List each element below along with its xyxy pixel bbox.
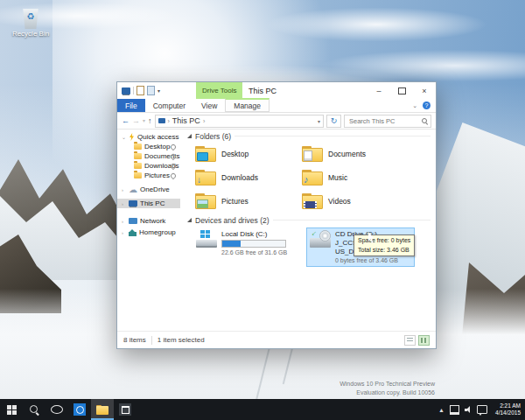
windows-logo-icon	[7, 405, 17, 415]
refresh-button[interactable]: ↻	[326, 115, 341, 128]
search-button[interactable]	[23, 399, 46, 420]
film-glyph-icon	[304, 201, 317, 208]
store-button[interactable]	[114, 399, 136, 420]
edge-browser-button[interactable]	[68, 399, 91, 420]
task-view-button[interactable]	[46, 399, 68, 420]
recycle-bin[interactable]: ♻ Recycle Bin	[10, 9, 51, 38]
sidebar-item-onedrive[interactable]: › ☁ OneDrive	[117, 185, 180, 194]
breadcrumb[interactable]: This PC	[172, 116, 200, 125]
sidebar-item-network[interactable]: › Network	[117, 216, 180, 226]
sidebar-item-downloads[interactable]: Downloads	[117, 161, 180, 171]
sidebar-item-documents[interactable]: Documents	[117, 151, 180, 161]
tab-computer[interactable]: Computer	[145, 99, 193, 112]
collapse-triangle-icon[interactable]	[187, 134, 192, 138]
action-center-icon[interactable]	[477, 405, 487, 414]
folder-item-downloads[interactable]: ↓ Downloads	[192, 167, 299, 188]
chevron-right-icon[interactable]: ›	[122, 201, 123, 206]
start-button[interactable]	[0, 399, 23, 420]
volume-icon[interactable]	[465, 406, 472, 413]
file-explorer-button[interactable]	[91, 399, 114, 420]
disc-icon	[319, 230, 331, 242]
window-controls: – ×	[368, 82, 436, 99]
sidebar-item-homegroup[interactable]: › Homegroup	[117, 228, 180, 237]
desktop: ♻ Recycle Bin Windows 10 Pro Technical P…	[0, 0, 525, 420]
recent-locations-icon[interactable]: ▾	[143, 118, 145, 123]
recycle-symbol-icon: ♻	[22, 12, 39, 21]
chevron-right-icon[interactable]: ›	[122, 187, 123, 192]
address-field[interactable]: › This PC › ▾	[155, 115, 324, 128]
show-hidden-icons-chevron[interactable]: ▲	[438, 407, 444, 413]
group-header-folders[interactable]: Folders (6)	[187, 131, 430, 141]
new-folder-icon[interactable]	[147, 86, 155, 95]
sidebar-item-desktop[interactable]: Desktop	[117, 142, 180, 151]
large-icons-view-icon[interactable]	[418, 335, 430, 346]
drive-name: Local Disk (C:)	[221, 230, 287, 239]
collapse-triangle-icon[interactable]	[187, 218, 192, 222]
status-bar: 8 items 1 item selected	[117, 331, 436, 348]
breadcrumb-separator: ›	[168, 118, 170, 124]
folder-icon	[195, 146, 216, 162]
details-view-icon[interactable]	[404, 335, 416, 346]
disk-usage-fill	[222, 241, 241, 247]
drive-item-local-disk[interactable]: Local Disk (C:) 22.6 GB free of 31.6 GB	[192, 228, 301, 267]
group-rule	[234, 136, 430, 136]
cd-drive-icon: →	[310, 230, 331, 248]
search-input[interactable]	[347, 116, 422, 126]
chevron-right-icon[interactable]: ›	[122, 230, 123, 235]
search-box[interactable]	[344, 115, 431, 128]
qat-dropdown-icon[interactable]: ▾	[158, 88, 160, 94]
sidebar-label: Network	[140, 217, 165, 225]
sidebar-label: Pictures	[144, 172, 170, 179]
download-arrow-icon: ↓	[197, 176, 201, 185]
picture-glyph-icon	[197, 200, 208, 208]
drive-tools-contextual-tab[interactable]: Drive Tools	[196, 82, 242, 99]
folder-item-documents[interactable]: Documents	[299, 144, 406, 164]
drive-tooltip: Space free: 0 bytes Total size: 3.46 GB	[354, 234, 415, 256]
folder-item-pictures[interactable]: Pictures	[192, 191, 299, 212]
search-icon	[422, 118, 428, 124]
tab-manage[interactable]: Manage	[225, 98, 270, 112]
drive-body	[196, 240, 217, 248]
maximize-button[interactable]	[390, 82, 413, 99]
maximize-icon	[398, 88, 406, 94]
chevron-down-icon[interactable]: ⌄	[122, 134, 126, 140]
group-rule	[273, 220, 430, 220]
folder-label: Pictures	[221, 197, 248, 206]
sidebar-item-pictures[interactable]: Pictures	[117, 171, 180, 180]
minimize-ribbon-icon[interactable]: ⌄	[412, 102, 417, 109]
up-button[interactable]: ↑	[148, 117, 152, 125]
browser-icon	[74, 403, 86, 416]
sidebar-label: Desktop	[144, 143, 170, 150]
recycle-bin-label: Recycle Bin	[10, 30, 51, 38]
close-button[interactable]: ×	[413, 82, 436, 99]
group-header-devices[interactable]: Devices and drives (2)	[187, 215, 430, 225]
title-bar[interactable]: ▾ Drive Tools This PC – ×	[117, 82, 436, 99]
folder-item-desktop[interactable]: Desktop	[192, 144, 299, 164]
sidebar-item-quick-access[interactable]: ⌄ Quick access	[117, 132, 180, 142]
file-pane: Folders (6) Desktop Documents ↓ Download…	[180, 130, 436, 331]
clock-date: 4/14/2015	[493, 410, 521, 416]
help-icon[interactable]: ?	[423, 102, 430, 109]
back-button[interactable]: ←	[122, 117, 130, 125]
minimize-button[interactable]: –	[368, 82, 390, 99]
sidebar-item-this-pc[interactable]: › This PC	[117, 199, 180, 208]
onedrive-cloud-icon: ☁	[129, 186, 137, 194]
clock[interactable]: 2:21 AM 4/14/2015	[493, 402, 521, 417]
properties-icon[interactable]	[136, 86, 144, 95]
tab-file[interactable]: File	[117, 99, 145, 112]
folder-label: Desktop	[221, 150, 248, 158]
tab-view[interactable]: View	[193, 99, 225, 112]
folder-icon: ↓	[195, 170, 216, 186]
folder-item-videos[interactable]: Videos	[299, 191, 406, 212]
chevron-right-icon[interactable]: ›	[122, 219, 123, 224]
folder-icon	[302, 146, 323, 162]
address-dropdown-icon[interactable]: ▾	[318, 118, 320, 124]
network-tray-icon[interactable]	[450, 405, 459, 415]
folder-label: Documents	[328, 150, 366, 158]
sidebar-label: This PC	[140, 200, 164, 207]
system-tray: ▲ 2:21 AM 4/14/2015	[438, 402, 525, 417]
clock-time: 2:21 AM	[493, 402, 521, 410]
forward-button[interactable]: →	[132, 117, 140, 125]
tooltip-line1: Space free: 0 bytes	[358, 236, 410, 246]
folder-item-music[interactable]: ♪ Music	[299, 167, 406, 188]
